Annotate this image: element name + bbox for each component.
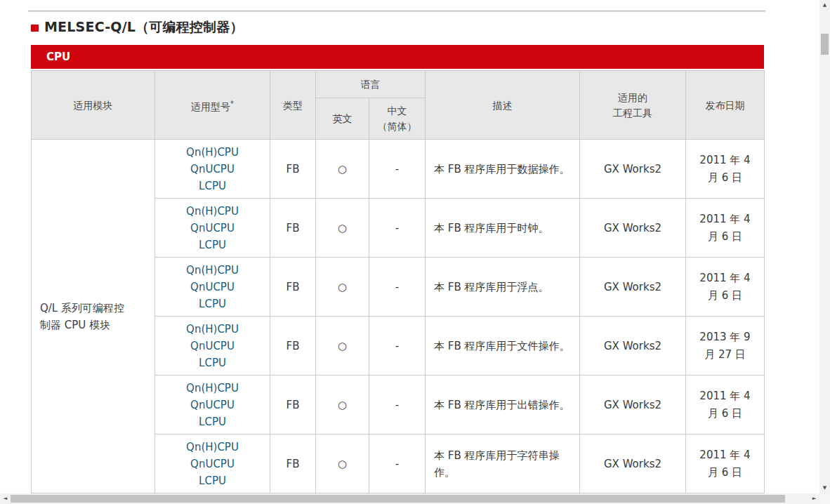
header-model: 适用型号*	[155, 71, 270, 140]
header-lang-english: 英文	[316, 98, 369, 140]
table-row: Q/L 系列可编程控制器 CPU 模块 Qn(H)CPU QnUCPU LCPU…	[32, 140, 765, 199]
page-title-row: MELSEC-Q/L（可编程控制器）	[31, 18, 244, 37]
header-description: 描述	[426, 71, 580, 140]
lang-en-cell: ○	[316, 258, 369, 317]
model-link[interactable]: Qn(H)CPU	[155, 321, 270, 338]
red-square-bullet-icon	[31, 25, 39, 32]
scroll-right-icon[interactable]: ►	[809, 493, 819, 504]
scrollbar-corner	[819, 493, 830, 504]
cpu-section-label: CPU	[46, 51, 70, 63]
description-cell: 本 FB 程序库用于出错操作。	[426, 376, 580, 435]
description-cell: 本 FB 程序库用于数据操作。	[426, 140, 580, 199]
model-links-cell: Qn(H)CPU QnUCPU LCPU	[155, 258, 270, 317]
model-links-cell: Qn(H)CPU QnUCPU LCPU	[155, 435, 270, 493]
type-cell: FB	[270, 258, 316, 317]
header-tool: 适用的 工程工具	[580, 71, 686, 140]
description-cell: 本 FB 程序库用于字符串操作。	[426, 435, 580, 493]
type-cell: FB	[270, 435, 316, 493]
scroll-down-icon[interactable]: ▼	[819, 483, 830, 493]
lang-zh-cell: -	[369, 140, 426, 199]
date-cell: 2011 年 4 月 6 日	[686, 140, 765, 199]
model-link[interactable]: LCPU	[155, 296, 270, 312]
type-cell: FB	[270, 376, 316, 435]
model-link[interactable]: LCPU	[155, 178, 270, 194]
page-title: MELSEC-Q/L（可编程控制器）	[44, 18, 244, 37]
type-cell: FB	[270, 199, 316, 258]
cpu-section-header: CPU	[31, 45, 764, 69]
date-cell: 2011 年 4 月 6 日	[686, 435, 765, 493]
fb-library-table: 适用模块 适用型号* 类型 语言 描述 适用的 工程工具 发布日期 英文 中文 …	[31, 70, 765, 493]
tool-cell: GX Works2	[580, 376, 686, 435]
tool-cell: GX Works2	[580, 140, 686, 199]
lang-zh-cell: -	[369, 376, 426, 435]
model-link[interactable]: QnUCPU	[155, 338, 270, 354]
lang-zh-cell: -	[369, 317, 426, 376]
model-link[interactable]: QnUCPU	[155, 397, 270, 413]
scroll-up-icon[interactable]: ▲	[819, 0, 830, 11]
description-cell: 本 FB 程序库用于文件操作。	[426, 317, 580, 376]
header-type: 类型	[270, 71, 316, 140]
section-divider-line	[28, 11, 765, 12]
date-cell: 2011 年 4 月 6 日	[686, 199, 765, 258]
model-link[interactable]: LCPU	[155, 472, 270, 489]
tool-cell: GX Works2	[580, 258, 686, 317]
scroll-left-icon[interactable]: ◄	[0, 493, 11, 504]
model-links-cell: Qn(H)CPU QnUCPU LCPU	[155, 140, 270, 199]
header-lang-chinese: 中文 （简体）	[369, 98, 426, 140]
tool-cell: GX Works2	[580, 199, 686, 258]
header-release-date: 发布日期	[686, 71, 765, 140]
date-cell: 2013 年 9 月 27 日	[686, 317, 765, 376]
tool-cell: GX Works2	[580, 317, 686, 376]
module-group-cell: Q/L 系列可编程控制器 CPU 模块	[32, 140, 155, 493]
table-header: 适用模块 适用型号* 类型 语言 描述 适用的 工程工具 发布日期 英文 中文 …	[32, 71, 765, 140]
model-link[interactable]: Qn(H)CPU	[155, 380, 270, 397]
model-link[interactable]: LCPU	[155, 413, 270, 430]
model-link[interactable]: Qn(H)CPU	[155, 439, 270, 456]
model-link[interactable]: LCPU	[155, 237, 270, 253]
lang-en-cell: ○	[316, 140, 369, 199]
vertical-scrollbar-thumb[interactable]	[821, 34, 829, 55]
model-link[interactable]: QnUCPU	[155, 279, 270, 296]
lang-zh-cell: -	[369, 258, 426, 317]
tool-cell: GX Works2	[580, 435, 686, 493]
model-links-cell: Qn(H)CPU QnUCPU LCPU	[155, 376, 270, 435]
type-cell: FB	[270, 317, 316, 376]
model-link[interactable]: Qn(H)CPU	[155, 262, 270, 279]
header-language: 语言	[316, 71, 426, 98]
lang-en-cell: ○	[316, 376, 369, 435]
model-link[interactable]: Qn(H)CPU	[155, 203, 270, 220]
model-link[interactable]: LCPU	[155, 354, 270, 371]
vertical-scrollbar[interactable]: ▲ ▼	[819, 0, 830, 493]
description-cell: 本 FB 程序库用于时钟。	[426, 199, 580, 258]
lang-en-cell: ○	[316, 199, 369, 258]
model-links-cell: Qn(H)CPU QnUCPU LCPU	[155, 199, 270, 258]
date-cell: 2011 年 4 月 6 日	[686, 258, 765, 317]
horizontal-scrollbar[interactable]: ◄ ►	[0, 493, 819, 504]
date-cell: 2011 年 4 月 6 日	[686, 376, 765, 435]
lang-zh-cell: -	[369, 435, 426, 493]
model-footnote-asterisk: *	[230, 100, 234, 107]
model-link[interactable]: Qn(H)CPU	[155, 144, 270, 161]
header-module: 适用模块	[32, 71, 155, 140]
model-link[interactable]: QnUCPU	[155, 161, 270, 178]
type-cell: FB	[270, 140, 316, 199]
lang-zh-cell: -	[369, 199, 426, 258]
description-cell: 本 FB 程序库用于浮点。	[426, 258, 580, 317]
model-link[interactable]: QnUCPU	[155, 220, 270, 237]
model-links-cell: Qn(H)CPU QnUCPU LCPU	[155, 317, 270, 376]
horizontal-scrollbar-thumb[interactable]	[11, 495, 785, 503]
lang-en-cell: ○	[316, 435, 369, 493]
model-link[interactable]: QnUCPU	[155, 456, 270, 472]
lang-en-cell: ○	[316, 317, 369, 376]
